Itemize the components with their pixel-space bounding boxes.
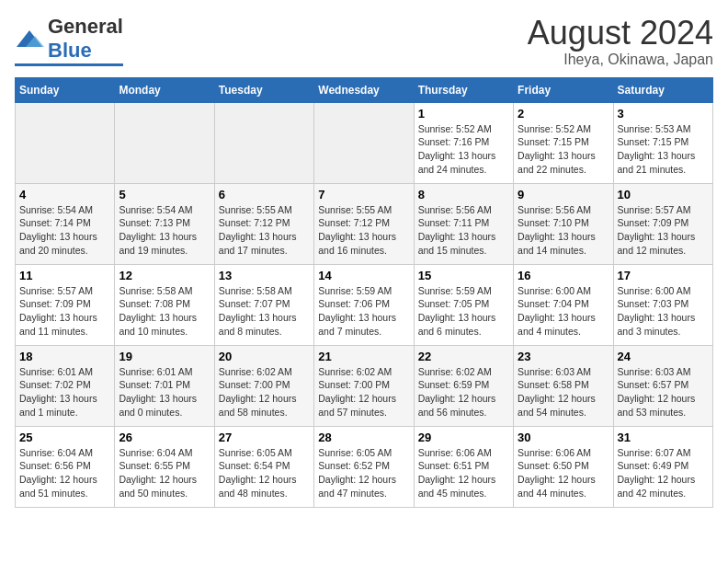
day-info: Sunrise: 6:07 AM Sunset: 6:49 PM Dayligh…: [618, 446, 709, 500]
day-number: 30: [518, 431, 609, 444]
day-number: 13: [219, 269, 310, 282]
calendar-cell: 4Sunrise: 5:54 AM Sunset: 7:14 PM Daylig…: [16, 183, 115, 264]
day-info: Sunrise: 5:56 AM Sunset: 7:11 PM Dayligh…: [418, 203, 509, 258]
day-info: Sunrise: 5:59 AM Sunset: 7:06 PM Dayligh…: [318, 284, 409, 339]
day-info: Sunrise: 5:54 AM Sunset: 7:14 PM Dayligh…: [19, 203, 110, 258]
day-number: 4: [19, 188, 110, 201]
calendar-cell: 5Sunrise: 5:54 AM Sunset: 7:13 PM Daylig…: [115, 183, 214, 264]
day-info: Sunrise: 6:00 AM Sunset: 7:04 PM Dayligh…: [518, 284, 609, 339]
calendar-cell: 15Sunrise: 5:59 AM Sunset: 7:05 PM Dayli…: [414, 264, 513, 345]
day-number: 23: [518, 350, 609, 363]
calendar-cell: 12Sunrise: 5:58 AM Sunset: 7:08 PM Dayli…: [115, 264, 214, 345]
day-info: Sunrise: 6:04 AM Sunset: 6:55 PM Dayligh…: [119, 446, 210, 500]
calendar-title-block: August 2024 Iheya, Okinawa, Japan: [528, 15, 713, 68]
day-number: 26: [119, 431, 210, 444]
calendar-cell: 16Sunrise: 6:00 AM Sunset: 7:04 PM Dayli…: [514, 264, 613, 345]
day-info: Sunrise: 5:54 AM Sunset: 7:13 PM Dayligh…: [119, 203, 210, 258]
calendar-week-row: 18Sunrise: 6:01 AM Sunset: 7:02 PM Dayli…: [16, 345, 713, 426]
weekday-header-tuesday: Tuesday: [214, 77, 313, 102]
day-number: 2: [518, 107, 609, 121]
day-number: 14: [318, 269, 409, 282]
weekday-header-thursday: Thursday: [414, 77, 513, 102]
logo-text: General Blue: [48, 15, 123, 63]
calendar-cell: 9Sunrise: 5:56 AM Sunset: 7:10 PM Daylig…: [514, 183, 613, 264]
calendar-cell: 20Sunrise: 6:02 AM Sunset: 7:00 PM Dayli…: [214, 345, 313, 426]
calendar-cell: 10Sunrise: 5:57 AM Sunset: 7:09 PM Dayli…: [613, 183, 712, 264]
day-info: Sunrise: 5:52 AM Sunset: 7:16 PM Dayligh…: [418, 122, 509, 177]
day-number: 10: [618, 188, 709, 201]
day-info: Sunrise: 6:06 AM Sunset: 6:51 PM Dayligh…: [418, 446, 509, 500]
day-info: Sunrise: 6:02 AM Sunset: 7:00 PM Dayligh…: [219, 365, 310, 419]
day-info: Sunrise: 6:04 AM Sunset: 6:56 PM Dayligh…: [19, 446, 110, 500]
calendar-cell: 14Sunrise: 5:59 AM Sunset: 7:06 PM Dayli…: [314, 264, 414, 345]
day-info: Sunrise: 6:01 AM Sunset: 7:02 PM Dayligh…: [19, 365, 110, 419]
calendar-cell: 30Sunrise: 6:06 AM Sunset: 6:50 PM Dayli…: [514, 426, 613, 507]
calendar-cell: 6Sunrise: 5:55 AM Sunset: 7:12 PM Daylig…: [214, 183, 313, 264]
calendar-cell: [214, 102, 313, 183]
day-info: Sunrise: 6:05 AM Sunset: 6:52 PM Dayligh…: [318, 446, 409, 500]
day-info: Sunrise: 6:00 AM Sunset: 7:03 PM Dayligh…: [618, 284, 709, 339]
weekday-header-wednesday: Wednesday: [314, 77, 414, 102]
calendar-cell: 26Sunrise: 6:04 AM Sunset: 6:55 PM Dayli…: [115, 426, 214, 507]
day-number: 19: [119, 350, 210, 363]
calendar-cell: 17Sunrise: 6:00 AM Sunset: 7:03 PM Dayli…: [613, 264, 712, 345]
calendar-cell: 31Sunrise: 6:07 AM Sunset: 6:49 PM Dayli…: [613, 426, 712, 507]
day-number: 6: [219, 188, 310, 201]
day-info: Sunrise: 6:02 AM Sunset: 6:59 PM Dayligh…: [418, 365, 509, 419]
day-number: 16: [518, 269, 609, 282]
calendar-cell: 13Sunrise: 5:58 AM Sunset: 7:07 PM Dayli…: [214, 264, 313, 345]
day-info: Sunrise: 5:59 AM Sunset: 7:05 PM Dayligh…: [418, 284, 509, 339]
day-number: 8: [418, 188, 509, 201]
day-number: 9: [518, 188, 609, 201]
day-number: 17: [618, 269, 709, 282]
day-number: 18: [19, 350, 110, 363]
day-info: Sunrise: 6:02 AM Sunset: 7:00 PM Dayligh…: [318, 365, 409, 419]
day-number: 28: [318, 431, 409, 444]
day-number: 31: [618, 431, 709, 444]
weekday-header-monday: Monday: [115, 77, 214, 102]
calendar-week-row: 25Sunrise: 6:04 AM Sunset: 6:56 PM Dayli…: [16, 426, 713, 507]
calendar-cell: 7Sunrise: 5:55 AM Sunset: 7:12 PM Daylig…: [314, 183, 414, 264]
calendar-cell: [314, 102, 414, 183]
calendar-cell: 8Sunrise: 5:56 AM Sunset: 7:11 PM Daylig…: [414, 183, 513, 264]
calendar-title: August 2024: [528, 15, 713, 52]
day-number: 25: [19, 431, 110, 444]
day-number: 24: [618, 350, 709, 363]
calendar-cell: 21Sunrise: 6:02 AM Sunset: 7:00 PM Dayli…: [314, 345, 414, 426]
weekday-header-row: SundayMondayTuesdayWednesdayThursdayFrid…: [16, 77, 713, 102]
day-info: Sunrise: 5:56 AM Sunset: 7:10 PM Dayligh…: [518, 203, 609, 258]
calendar-subtitle: Iheya, Okinawa, Japan: [528, 52, 713, 68]
calendar-week-row: 4Sunrise: 5:54 AM Sunset: 7:14 PM Daylig…: [16, 183, 713, 264]
day-number: 15: [418, 269, 509, 282]
day-info: Sunrise: 5:55 AM Sunset: 7:12 PM Dayligh…: [318, 203, 409, 258]
page-header: General Blue August 2024 Iheya, Okinawa,…: [15, 15, 713, 68]
calendar-cell: 24Sunrise: 6:03 AM Sunset: 6:57 PM Dayli…: [613, 345, 712, 426]
day-info: Sunrise: 5:57 AM Sunset: 7:09 PM Dayligh…: [19, 284, 110, 339]
day-number: 12: [119, 269, 210, 282]
day-info: Sunrise: 5:52 AM Sunset: 7:15 PM Dayligh…: [518, 122, 609, 177]
calendar-cell: 18Sunrise: 6:01 AM Sunset: 7:02 PM Dayli…: [16, 345, 115, 426]
calendar-cell: 1Sunrise: 5:52 AM Sunset: 7:16 PM Daylig…: [414, 102, 513, 183]
day-info: Sunrise: 5:55 AM Sunset: 7:12 PM Dayligh…: [219, 203, 310, 258]
day-number: 7: [318, 188, 409, 201]
calendar-cell: [115, 102, 214, 183]
calendar-week-row: 1Sunrise: 5:52 AM Sunset: 7:16 PM Daylig…: [16, 102, 713, 183]
day-info: Sunrise: 5:53 AM Sunset: 7:15 PM Dayligh…: [618, 122, 709, 177]
calendar-cell: 22Sunrise: 6:02 AM Sunset: 6:59 PM Dayli…: [414, 345, 513, 426]
weekday-header-friday: Friday: [514, 77, 613, 102]
day-info: Sunrise: 6:06 AM Sunset: 6:50 PM Dayligh…: [518, 446, 609, 500]
day-number: 3: [618, 107, 709, 121]
day-info: Sunrise: 6:03 AM Sunset: 6:58 PM Dayligh…: [518, 365, 609, 419]
calendar-cell: 19Sunrise: 6:01 AM Sunset: 7:01 PM Dayli…: [115, 345, 214, 426]
day-number: 29: [418, 431, 509, 444]
calendar-cell: 27Sunrise: 6:05 AM Sunset: 6:54 PM Dayli…: [214, 426, 313, 507]
logo: General Blue: [15, 15, 123, 66]
calendar-cell: 23Sunrise: 6:03 AM Sunset: 6:58 PM Dayli…: [514, 345, 613, 426]
calendar-cell: 25Sunrise: 6:04 AM Sunset: 6:56 PM Dayli…: [16, 426, 115, 507]
calendar-cell: 11Sunrise: 5:57 AM Sunset: 7:09 PM Dayli…: [16, 264, 115, 345]
day-number: 20: [219, 350, 310, 363]
calendar-cell: [16, 102, 115, 183]
day-info: Sunrise: 6:01 AM Sunset: 7:01 PM Dayligh…: [119, 365, 210, 419]
calendar-week-row: 11Sunrise: 5:57 AM Sunset: 7:09 PM Dayli…: [16, 264, 713, 345]
day-info: Sunrise: 5:57 AM Sunset: 7:09 PM Dayligh…: [618, 203, 709, 258]
